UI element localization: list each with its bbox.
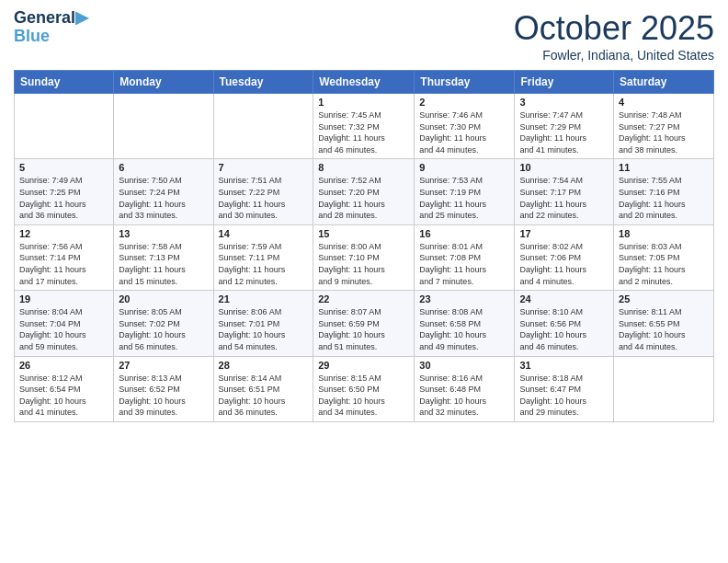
day-number: 12 [19, 228, 108, 239]
day-number: 31 [519, 360, 609, 371]
day-info: Sunrise: 8:14 AM Sunset: 6:51 PM Dayligh… [219, 373, 309, 419]
day-number: 14 [219, 228, 309, 239]
logo-blue: Blue [14, 28, 88, 46]
logo: General▶ Blue [14, 9, 88, 46]
calendar-cell: 28Sunrise: 8:14 AM Sunset: 6:51 PM Dayli… [213, 356, 313, 421]
calendar-week-1: 1Sunrise: 7:45 AM Sunset: 7:32 PM Daylig… [15, 94, 714, 159]
day-info: Sunrise: 7:45 AM Sunset: 7:32 PM Dayligh… [318, 109, 409, 155]
calendar-cell: 20Sunrise: 8:05 AM Sunset: 7:02 PM Dayli… [114, 291, 213, 356]
calendar-cell: 29Sunrise: 8:15 AM Sunset: 6:50 PM Dayli… [313, 356, 415, 421]
day-info: Sunrise: 7:58 AM Sunset: 7:13 PM Dayligh… [119, 241, 208, 287]
calendar-cell [15, 94, 114, 159]
day-info: Sunrise: 7:59 AM Sunset: 7:11 PM Dayligh… [219, 241, 309, 287]
day-info: Sunrise: 8:16 AM Sunset: 6:48 PM Dayligh… [419, 373, 509, 419]
day-number: 27 [119, 360, 208, 371]
logo-text: General▶ [14, 9, 88, 28]
day-number: 20 [119, 293, 208, 304]
day-info: Sunrise: 8:15 AM Sunset: 6:50 PM Dayligh… [318, 373, 409, 419]
calendar-cell: 23Sunrise: 8:08 AM Sunset: 6:58 PM Dayli… [415, 291, 515, 356]
col-tuesday: Tuesday [213, 71, 313, 94]
col-saturday: Saturday [614, 71, 714, 94]
day-info: Sunrise: 8:06 AM Sunset: 7:01 PM Dayligh… [219, 306, 309, 352]
day-info: Sunrise: 8:13 AM Sunset: 6:52 PM Dayligh… [119, 373, 208, 419]
day-number: 2 [419, 97, 509, 108]
calendar-cell: 30Sunrise: 8:16 AM Sunset: 6:48 PM Dayli… [415, 356, 515, 421]
calendar-week-3: 12Sunrise: 7:56 AM Sunset: 7:14 PM Dayli… [15, 224, 714, 290]
title-block: October 2025 Fowler, Indiana, United Sta… [514, 9, 714, 63]
day-info: Sunrise: 7:55 AM Sunset: 7:16 PM Dayligh… [619, 175, 709, 221]
calendar-header-row: Sunday Monday Tuesday Wednesday Thursday… [15, 71, 714, 94]
day-info: Sunrise: 7:49 AM Sunset: 7:25 PM Dayligh… [19, 175, 108, 221]
day-info: Sunrise: 8:10 AM Sunset: 6:56 PM Dayligh… [519, 306, 609, 352]
day-info: Sunrise: 8:00 AM Sunset: 7:10 PM Dayligh… [318, 241, 409, 287]
calendar-cell: 12Sunrise: 7:56 AM Sunset: 7:14 PM Dayli… [15, 224, 114, 290]
day-info: Sunrise: 8:11 AM Sunset: 6:55 PM Dayligh… [619, 306, 709, 352]
calendar-cell: 4Sunrise: 7:48 AM Sunset: 7:27 PM Daylig… [614, 94, 714, 159]
calendar-cell: 21Sunrise: 8:06 AM Sunset: 7:01 PM Dayli… [213, 291, 313, 356]
calendar-cell: 16Sunrise: 8:01 AM Sunset: 7:08 PM Dayli… [415, 224, 515, 290]
day-number: 25 [619, 293, 709, 304]
day-number: 16 [419, 228, 509, 239]
day-info: Sunrise: 7:54 AM Sunset: 7:17 PM Dayligh… [519, 175, 609, 221]
day-number: 23 [419, 293, 509, 304]
calendar-cell: 18Sunrise: 8:03 AM Sunset: 7:05 PM Dayli… [614, 224, 714, 290]
calendar-cell: 2Sunrise: 7:46 AM Sunset: 7:30 PM Daylig… [415, 94, 515, 159]
calendar-cell: 5Sunrise: 7:49 AM Sunset: 7:25 PM Daylig… [15, 159, 114, 224]
calendar-week-5: 26Sunrise: 8:12 AM Sunset: 6:54 PM Dayli… [15, 356, 714, 421]
day-number: 19 [19, 293, 108, 304]
col-thursday: Thursday [415, 71, 515, 94]
day-info: Sunrise: 8:07 AM Sunset: 6:59 PM Dayligh… [318, 306, 409, 352]
day-number: 29 [318, 360, 409, 371]
page: General▶ Blue October 2025 Fowler, India… [0, 0, 728, 563]
calendar-cell: 19Sunrise: 8:04 AM Sunset: 7:04 PM Dayli… [15, 291, 114, 356]
day-number: 7 [219, 162, 309, 173]
calendar-cell: 8Sunrise: 7:52 AM Sunset: 7:20 PM Daylig… [313, 159, 415, 224]
day-info: Sunrise: 8:02 AM Sunset: 7:06 PM Dayligh… [519, 241, 609, 287]
calendar-cell: 7Sunrise: 7:51 AM Sunset: 7:22 PM Daylig… [213, 159, 313, 224]
col-friday: Friday [515, 71, 614, 94]
day-info: Sunrise: 8:18 AM Sunset: 6:47 PM Dayligh… [519, 373, 609, 419]
day-number: 24 [519, 293, 609, 304]
day-number: 5 [19, 162, 108, 173]
day-number: 11 [619, 162, 709, 173]
day-number: 3 [519, 97, 609, 108]
day-number: 13 [119, 228, 208, 239]
day-number: 15 [318, 228, 409, 239]
day-number: 6 [119, 162, 208, 173]
day-info: Sunrise: 7:47 AM Sunset: 7:29 PM Dayligh… [519, 109, 609, 155]
calendar-cell: 22Sunrise: 8:07 AM Sunset: 6:59 PM Dayli… [313, 291, 415, 356]
day-info: Sunrise: 7:46 AM Sunset: 7:30 PM Dayligh… [419, 109, 509, 155]
calendar-cell: 1Sunrise: 7:45 AM Sunset: 7:32 PM Daylig… [313, 94, 415, 159]
day-number: 26 [19, 360, 108, 371]
day-number: 18 [619, 228, 709, 239]
day-info: Sunrise: 8:05 AM Sunset: 7:02 PM Dayligh… [119, 306, 208, 352]
col-wednesday: Wednesday [313, 71, 415, 94]
calendar-cell: 17Sunrise: 8:02 AM Sunset: 7:06 PM Dayli… [515, 224, 614, 290]
month-title: October 2025 [514, 9, 714, 48]
calendar-cell: 31Sunrise: 8:18 AM Sunset: 6:47 PM Dayli… [515, 356, 614, 421]
day-number: 30 [419, 360, 509, 371]
calendar-cell: 3Sunrise: 7:47 AM Sunset: 7:29 PM Daylig… [515, 94, 614, 159]
calendar-cell [614, 356, 714, 421]
calendar-cell: 14Sunrise: 7:59 AM Sunset: 7:11 PM Dayli… [213, 224, 313, 290]
calendar: Sunday Monday Tuesday Wednesday Thursday… [14, 70, 714, 422]
day-number: 28 [219, 360, 309, 371]
day-info: Sunrise: 7:56 AM Sunset: 7:14 PM Dayligh… [19, 241, 108, 287]
calendar-cell: 27Sunrise: 8:13 AM Sunset: 6:52 PM Dayli… [114, 356, 213, 421]
day-number: 17 [519, 228, 609, 239]
calendar-week-2: 5Sunrise: 7:49 AM Sunset: 7:25 PM Daylig… [15, 159, 714, 224]
day-info: Sunrise: 8:03 AM Sunset: 7:05 PM Dayligh… [619, 241, 709, 287]
calendar-cell [114, 94, 213, 159]
calendar-cell [213, 94, 313, 159]
day-number: 9 [419, 162, 509, 173]
day-info: Sunrise: 7:52 AM Sunset: 7:20 PM Dayligh… [318, 175, 409, 221]
day-number: 22 [318, 293, 409, 304]
calendar-cell: 11Sunrise: 7:55 AM Sunset: 7:16 PM Dayli… [614, 159, 714, 224]
day-info: Sunrise: 7:48 AM Sunset: 7:27 PM Dayligh… [619, 109, 709, 155]
col-sunday: Sunday [15, 71, 114, 94]
calendar-cell: 9Sunrise: 7:53 AM Sunset: 7:19 PM Daylig… [415, 159, 515, 224]
day-number: 8 [318, 162, 409, 173]
calendar-week-4: 19Sunrise: 8:04 AM Sunset: 7:04 PM Dayli… [15, 291, 714, 356]
day-number: 21 [219, 293, 309, 304]
day-info: Sunrise: 7:53 AM Sunset: 7:19 PM Dayligh… [419, 175, 509, 221]
